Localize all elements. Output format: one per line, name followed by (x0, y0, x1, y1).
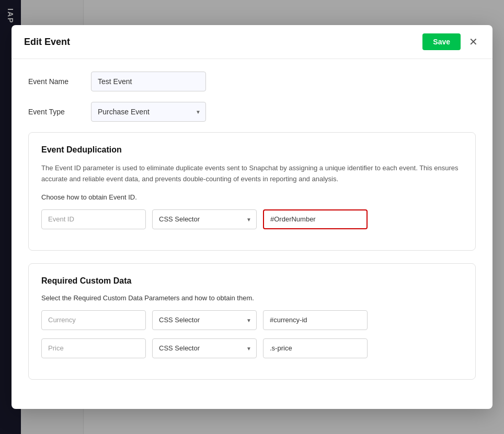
currency-selector-select[interactable]: CSS Selector JavaScript Variable Data La… (152, 310, 257, 330)
event-type-select-wrapper: Purchase Event Page View Sign Up Add to … (91, 102, 206, 122)
edit-event-modal: Edit Event Save ✕ Event Name Event Type … (12, 25, 492, 409)
event-type-row: Event Type Purchase Event Page View Sign… (28, 102, 476, 122)
price-placeholder: Price (48, 344, 64, 352)
price-value-input[interactable] (263, 338, 368, 358)
event-name-row: Event Name (28, 72, 476, 91)
event-id-placeholder: Event ID (48, 215, 74, 223)
currency-value-input[interactable] (263, 310, 368, 330)
price-selector-wrapper: CSS Selector JavaScript Variable Data La… (152, 338, 257, 358)
modal-header: Edit Event Save ✕ (12, 25, 492, 59)
currency-field-group: Currency CSS Selector JavaScript Variabl… (41, 310, 463, 330)
price-label-box: Price (41, 338, 146, 358)
currency-selector-wrapper: CSS Selector JavaScript Variable Data La… (152, 310, 257, 330)
deduplication-selector-wrapper: CSS Selector JavaScript Variable Data La… (152, 209, 257, 229)
event-type-select[interactable]: Purchase Event Page View Sign Up Add to … (91, 102, 206, 122)
currency-label-box: Currency (41, 310, 146, 330)
price-selector-select[interactable]: CSS Selector JavaScript Variable Data La… (152, 338, 257, 358)
modal-title: Edit Event (24, 37, 70, 48)
event-id-label-box: Event ID (41, 209, 146, 229)
event-name-label: Event Name (28, 77, 91, 86)
event-name-input[interactable] (91, 72, 206, 91)
deduplication-field-group: Event ID CSS Selector JavaScript Variabl… (41, 209, 463, 229)
modal-header-actions: Save ✕ (422, 33, 480, 50)
modal-body: Event Name Event Type Purchase Event Pag… (12, 59, 492, 409)
save-button[interactable]: Save (422, 33, 461, 50)
deduplication-value-input[interactable] (263, 209, 368, 229)
deduplication-selector-select[interactable]: CSS Selector JavaScript Variable Data La… (152, 209, 257, 229)
required-custom-data-title: Required Custom Data (41, 276, 463, 286)
modal-overlay: Edit Event Save ✕ Event Name Event Type … (0, 0, 504, 434)
required-custom-data-description: Select the Required Custom Data Paramete… (41, 294, 463, 302)
price-field-group: Price CSS Selector JavaScript Variable D… (41, 338, 463, 358)
deduplication-description: The Event ID parameter is used to elimin… (41, 163, 463, 185)
deduplication-title: Event Deduplication (41, 145, 463, 155)
deduplication-section: Event Deduplication The Event ID paramet… (28, 132, 476, 251)
required-custom-data-section: Required Custom Data Select the Required… (28, 263, 476, 380)
close-button[interactable]: ✕ (467, 36, 480, 48)
currency-placeholder: Currency (48, 316, 76, 324)
event-type-label: Event Type (28, 108, 91, 116)
deduplication-choose-label: Choose how to obtain Event ID. (41, 193, 463, 201)
